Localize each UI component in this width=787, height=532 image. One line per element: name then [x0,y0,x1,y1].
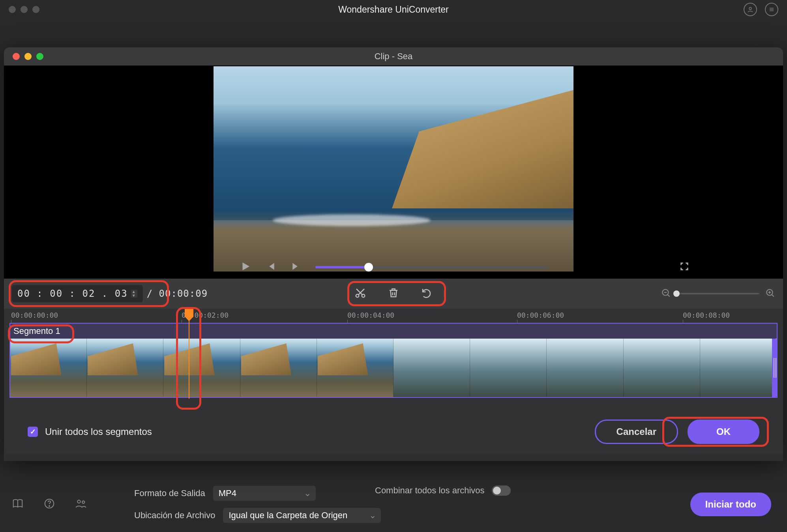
edit-tools [354,287,433,300]
video-preview[interactable] [214,66,573,272]
segment-bar[interactable]: Segmento 1 [9,323,778,339]
timeline-thumb[interactable] [394,339,470,397]
people-icon[interactable] [75,498,87,511]
timeline-thumb[interactable] [10,339,87,397]
maximize-light-dim[interactable] [32,6,39,13]
ok-button[interactable]: OK [688,420,759,444]
combine-toggle[interactable] [492,485,511,496]
preview-cliff-shape [392,90,573,208]
start-all-label: Iniciar todo [705,499,756,510]
merge-checkbox[interactable]: ✓ [28,427,38,437]
clip-modal: Clip - Sea [4,47,783,461]
cancel-button[interactable]: Cancelar [595,420,678,444]
cancel-label: Cancelar [616,426,656,437]
combine-label: Combinar todos los archivos [375,485,485,496]
timeline-thumb[interactable] [700,339,777,397]
ruler-tick-0: 00:00:00:00 [11,311,58,319]
zoom-control [661,288,775,300]
modal-bottom: ✓ Unir todos los segmentos Cancelar OK [4,410,783,454]
ruler-tick-2: 00:00:04:00 [347,311,394,319]
next-frame-icon[interactable] [290,260,302,274]
timeline: 00:00:00:00 00:00:02:00 00:00:04:00 00:0… [4,309,783,410]
cut-icon[interactable] [354,287,366,300]
svg-line-16 [668,295,670,297]
undo-icon[interactable] [421,287,433,300]
modal-titlebar: Clip - Sea [4,47,783,66]
timeline-thumb[interactable] [163,339,240,397]
playhead[interactable] [189,309,189,399]
main-traffic-lights[interactable] [0,6,39,13]
stepper-down-icon[interactable]: ▼ [131,294,137,298]
main-titlebar: Wondershare UniConverter [0,0,787,19]
chevron-down-icon: ⌄ [304,488,311,498]
output-format-select[interactable]: MP4 ⌄ [213,486,316,501]
timeline-thumb[interactable] [317,339,394,397]
header-icons [744,3,778,16]
footer-utility-icons [12,498,87,511]
output-format-row: Formato de Salida MP4 ⌄ [134,486,381,501]
timeline-thumb[interactable] [240,339,317,397]
zoom-slider[interactable] [676,293,759,294]
timecode-total: / 00:00:09 [147,288,208,299]
app-title: Wondershare UniConverter [338,4,449,15]
timeline-thumb[interactable] [470,339,547,397]
svg-line-19 [772,295,774,297]
progress-knob[interactable] [364,263,373,272]
svg-point-6 [49,506,50,506]
video-controls [240,260,547,274]
trash-icon[interactable] [388,287,399,300]
ok-label: OK [716,426,731,437]
ruler-tick-4: 00:00:08:00 [683,311,730,319]
timecode-input[interactable]: 00 : 00 : 02 . 03 ▲ ▼ [12,285,143,302]
zoom-in-icon[interactable] [765,288,775,300]
timecode-box: 00 : 00 : 02 . 03 ▲ ▼ / 00:00:09 [12,285,208,302]
main-footer: Formato de Salida MP4 ⌄ Ubicación de Arc… [0,477,787,532]
preview-wave-shape [273,214,431,226]
output-format-label: Formato de Salida [134,488,205,498]
file-location-value: Igual que la Carpeta de Origen [229,510,347,520]
timeline-thumb[interactable] [87,339,163,397]
minimize-icon[interactable] [24,53,32,60]
file-location-row: Ubicación de Archivo Igual que la Carpet… [134,508,381,523]
menu-icon[interactable] [765,3,778,16]
modal-buttons: Cancelar OK [595,420,759,444]
timeline-thumb[interactable] [547,339,623,397]
svg-point-9 [356,294,359,298]
svg-point-10 [362,294,365,298]
footer-settings: Formato de Salida MP4 ⌄ Ubicación de Arc… [134,486,381,523]
timecode-current: 00 : 00 : 02 . 03 [17,288,128,299]
thumbnail-strip[interactable] [9,339,778,398]
zoom-out-icon[interactable] [661,288,671,300]
tool-row: 00 : 00 : 02 . 03 ▲ ▼ / 00:00:09 [4,279,783,309]
zoom-knob[interactable] [673,290,680,297]
video-preview-area [4,66,783,279]
timecode-steppers[interactable]: ▲ ▼ [131,290,137,298]
segment-label: Segmento 1 [13,326,60,336]
svg-point-7 [77,500,81,503]
start-all-button[interactable]: Iniciar todo [690,493,771,516]
chevron-down-icon: ⌄ [369,510,376,521]
video-progress[interactable] [315,266,547,268]
modal-traffic-lights[interactable] [4,53,43,60]
book-icon[interactable] [12,498,24,511]
prev-frame-icon[interactable] [265,260,277,274]
play-icon[interactable] [240,260,251,274]
close-icon[interactable] [13,53,20,60]
minimize-light-dim[interactable] [21,6,28,13]
maximize-icon[interactable] [36,53,43,60]
help-icon[interactable] [43,498,55,511]
combine-row: Combinar todos los archivos [375,485,511,496]
playhead-handle[interactable] [185,307,193,317]
close-light-dim[interactable] [9,6,16,13]
file-location-select[interactable]: Igual que la Carpeta de Origen ⌄ [223,508,381,523]
fullscreen-icon[interactable] [679,261,690,273]
trim-handle-right[interactable] [772,339,778,397]
modal-title: Clip - Sea [375,51,413,62]
timeline-thumb[interactable] [624,339,700,397]
file-location-label: Ubicación de Archivo [134,510,215,521]
timeline-ruler[interactable]: 00:00:00:00 00:00:02:00 00:00:04:00 00:0… [4,309,783,323]
merge-label: Unir todos los segmentos [45,426,152,437]
progress-fill [315,266,369,268]
ruler-tick-3: 00:00:06:00 [517,311,564,319]
account-icon[interactable] [744,3,757,16]
